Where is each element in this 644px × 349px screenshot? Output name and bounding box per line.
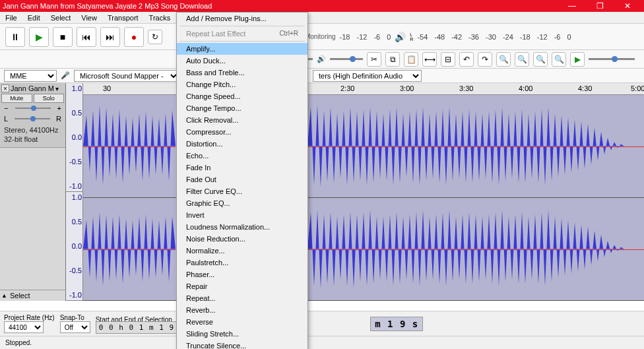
effect-fade-in[interactable]: Fade In [177,162,307,174]
effect-normalize[interactable]: Normalize... [177,245,307,257]
effect-repeat[interactable]: Repeat... [177,292,307,304]
pan-left-label: L [4,115,8,123]
effect-compressor[interactable]: Compressor... [177,126,307,138]
effect-bass-treble[interactable]: Bass and Treble... [177,67,307,79]
skip-end-button[interactable]: ⏭ [100,27,120,47]
effect-invert[interactable]: Invert [177,209,307,221]
effect-distortion[interactable]: Distortion... [177,138,307,150]
close-button[interactable]: ✕ [622,1,633,11]
output-device-select[interactable]: ters (High Definition Audio [313,70,422,82]
play-region-button[interactable]: ▶ [570,52,585,67]
effect-add-remove-plugins[interactable]: Add / Remove Plug-ins... [177,13,307,24]
zoom-fit-button[interactable]: 🔍 [552,52,566,67]
effect-paulstretch[interactable]: Paulstretch... [177,257,307,269]
time-ruler[interactable]: 30 2:30 3:00 3:30 4:00 4:30 5:00 [83,83,644,95]
scale-tick: -1.0 [67,182,82,190]
meter-tick: -24 [503,33,513,41]
input-device-select[interactable]: Microsoft Sound Mapper - Input [74,70,179,82]
menubar: File Edit Select View Transport Tracks G… [0,12,644,24]
solo-button[interactable]: Solo [34,94,65,103]
loop-button[interactable]: ↻ [148,30,162,44]
meter-tick: -36 [468,33,479,41]
effect-change-speed[interactable]: Change Speed... [177,90,307,102]
skip-start-button[interactable]: ⏮ [77,27,96,47]
effect-change-tempo[interactable]: Change Tempo... [177,102,307,114]
effect-reverse[interactable]: Reverse [177,316,307,328]
effect-graphic-eq[interactable]: Graphic EQ... [177,197,307,209]
play-speed-slider[interactable] [589,58,635,60]
minimize-button[interactable]: — [566,1,578,11]
snap-to-select[interactable]: Off [60,321,90,333]
speaker-icon-2: 🔊 [317,55,326,63]
meter-tick: -18 [520,33,531,41]
select-track-button[interactable]: Select [10,292,30,300]
silence-button[interactable]: ⊟ [441,52,455,67]
zoom-in-button[interactable]: 🔍 [496,52,511,67]
effect-amplify[interactable]: Amplify... [177,43,307,55]
effect-filter-curve[interactable]: Filter Curve EQ... [177,185,307,197]
undo-button[interactable]: ↶ [459,52,474,67]
waveform-left-channel[interactable] [83,95,644,198]
effect-reverb[interactable]: Reverb... [177,304,307,316]
meter-tick: 0 [567,33,571,41]
waveform-area[interactable]: 30 2:30 3:00 3:30 4:00 4:30 5:00 [83,83,644,301]
collapse-icon[interactable]: ▲ [1,292,7,299]
effect-loudness-norm[interactable]: Loudness Normalization... [177,221,307,233]
effect-fade-out[interactable]: Fade Out [177,174,307,185]
snap-to-label: Snap-To [60,314,90,321]
menu-file[interactable]: File [0,13,22,23]
effect-repair[interactable]: Repair [177,280,307,292]
pause-button[interactable]: ⏸ [5,27,25,47]
record-button[interactable]: ● [124,27,144,47]
scale-tick: -0.5 [67,158,82,166]
transport-toolbar: ⏸ ▶ ■ ⏮ ⏭ ● ↻ Start Monitoring -18 -12 -… [0,24,644,50]
copy-button[interactable]: ⧉ [385,52,400,67]
meter-tick: 0 [387,33,391,41]
track-close-button[interactable]: × [1,84,9,92]
menu-view[interactable]: View [76,13,102,23]
status-area: Project Rate (Hz) 44100 Snap-To Off Star… [0,311,644,349]
gain-slider[interactable] [15,108,51,109]
scale-tick: 1.0 [67,84,82,92]
effect-noise-reduction[interactable]: Noise Reduction... [177,233,307,245]
gain-plus: + [57,104,61,112]
paste-button[interactable]: 📋 [404,52,418,67]
menu-select[interactable]: Select [46,13,77,23]
track-bitdepth: 32-bit float [4,135,61,144]
effect-truncate-silence[interactable]: Truncate Silence... [177,340,307,349]
time-tick: 4:30 [578,84,592,92]
edit-toolbar: 🎤 🔊 ✂ ⧉ 📋 ⟷ ⊟ ↶ ↷ 🔍 🔍 🔍 🔍 ▶ [0,50,644,69]
gain-minus: − [4,104,8,112]
effect-click-removal[interactable]: Click Removal... [177,114,307,126]
scale-tick: -0.5 [67,267,82,274]
waveform-right-channel[interactable] [83,198,644,301]
output-volume-slider[interactable] [330,58,363,60]
redo-button[interactable]: ↷ [478,52,492,67]
zoom-out-button[interactable]: 🔍 [515,52,529,67]
effect-auto-duck[interactable]: Auto Duck... [177,55,307,67]
menu-transport[interactable]: Transport [102,13,144,23]
maximize-button[interactable]: ❐ [594,1,606,11]
meter-tick: -42 [451,33,462,41]
effect-sliding-stretch[interactable]: Sliding Stretch... [177,328,307,340]
project-rate-select[interactable]: 44100 [4,321,44,333]
effect-echo[interactable]: Echo... [177,150,307,162]
effect-phaser[interactable]: Phaser... [177,269,307,280]
effect-change-pitch[interactable]: Change Pitch... [177,79,307,90]
zoom-sel-button[interactable]: 🔍 [533,52,548,67]
track-name[interactable]: Jann Gann M [11,84,54,92]
cut-button[interactable]: ✂ [367,52,381,67]
menu-tracks[interactable]: Tracks [144,13,176,23]
track-control-panel: × Jann Gann M▾ Mute Solo − + L R Stereo,… [0,83,66,301]
pan-slider[interactable] [15,118,50,119]
time-tick: 30 [103,84,111,92]
host-select[interactable]: MME [4,70,57,82]
play-button[interactable]: ▶ [29,27,49,47]
mute-button[interactable]: Mute [1,94,32,103]
stop-button[interactable]: ■ [53,27,73,47]
menu-edit[interactable]: Edit [22,13,46,23]
trim-button[interactable]: ⟷ [422,52,437,67]
meter-tick: -12 [357,33,368,41]
mic-icon-2: 🎤 [61,71,70,80]
scale-tick: 0.0 [67,242,82,250]
